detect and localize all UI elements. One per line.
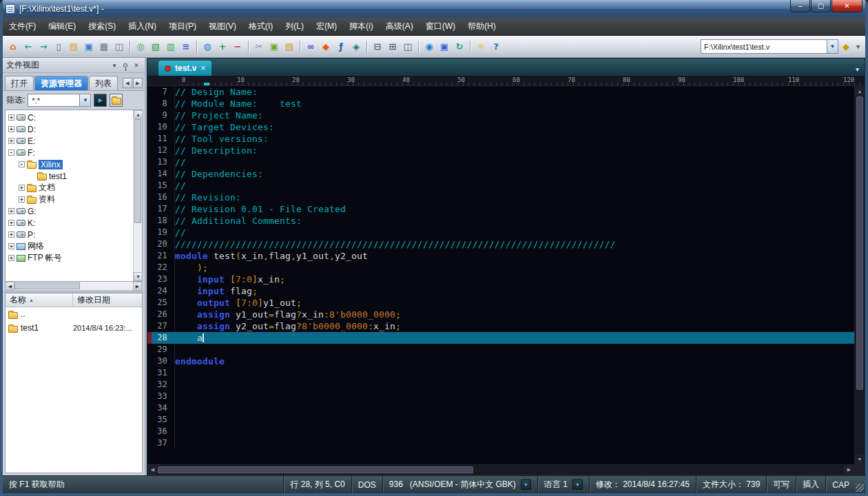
line-number[interactable]: 33 [152, 391, 175, 402]
line-number[interactable]: 36 [152, 426, 175, 437]
menu-item-9[interactable]: 宏(M) [310, 18, 343, 35]
code-line[interactable]: 27 assign y2_out=flag?8'b0000_0000:x_in; [147, 320, 854, 332]
line-number[interactable]: 19 [152, 227, 175, 238]
tree-item[interactable]: test1 [6, 170, 133, 182]
web-close-icon[interactable]: − [231, 40, 245, 54]
line-number[interactable]: 34 [152, 402, 175, 414]
code-line[interactable]: 17// Revision 0.01 - File Created [147, 203, 854, 215]
editor-vscrollbar-thumb[interactable] [856, 96, 863, 390]
tree-item[interactable]: +P: [6, 229, 133, 240]
line-number[interactable]: 9 [152, 110, 175, 121]
code-line[interactable]: 8// Module Name: test [147, 98, 854, 110]
language-dropdown-icon[interactable]: ▼ [572, 479, 583, 490]
expander-icon[interactable]: + [19, 196, 25, 203]
paste-icon[interactable]: ▤ [282, 40, 296, 54]
code-line[interactable]: 34 [147, 402, 854, 414]
column-header-name[interactable]: 名称 ▲ [6, 293, 73, 307]
tree-item[interactable]: +E: [6, 135, 133, 147]
window-tile-horizontal-icon[interactable]: ⊟ [371, 40, 384, 54]
browse-folder-button[interactable] [110, 94, 123, 107]
menu-item-3[interactable]: 搜索(S) [82, 18, 122, 35]
replace-icon[interactable]: ▧ [149, 40, 163, 54]
tree-vertical-scrollbar[interactable]: ▲ ▼ [133, 110, 142, 281]
code-line[interactable]: 26 assign y1_out=flag?x_in:8'b0000_0000; [147, 309, 854, 320]
code-line[interactable]: 30endmodule [147, 355, 854, 367]
code-line[interactable]: 14// Dependencies: [147, 168, 854, 180]
menu-item-13[interactable]: 帮助(H) [462, 18, 502, 35]
file-list-row[interactable]: .. [6, 307, 142, 321]
code-line[interactable]: 33 [147, 391, 854, 402]
bookmark-icon[interactable]: ◆ [319, 40, 333, 54]
quick-tips-icon[interactable]: ☼ [474, 40, 488, 54]
code-line[interactable]: 20//////////////////////////////////////… [147, 238, 854, 250]
print-icon[interactable]: ▦ [97, 40, 111, 54]
code-line[interactable]: 29 [147, 344, 854, 355]
print-preview-icon[interactable]: ◫ [112, 40, 126, 54]
menu-item-4[interactable]: 插入(N) [122, 18, 163, 35]
menu-item-11[interactable]: 高级(A) [380, 18, 420, 35]
line-number[interactable]: 11 [152, 133, 175, 145]
tab-close-icon[interactable]: × [200, 63, 205, 73]
function-list-icon[interactable]: ƒ [334, 40, 348, 54]
editor-hscrollbar-thumb[interactable] [158, 466, 473, 473]
scroll-right-icon[interactable]: ▶ [133, 282, 142, 291]
tree-item[interactable]: +资料 [6, 194, 133, 205]
panel-close-icon[interactable]: ✕ [132, 61, 141, 70]
expander-icon[interactable]: + [8, 243, 14, 249]
tag-list-icon[interactable]: ◈ [349, 40, 363, 54]
menu-item-5[interactable]: 项目(P) [163, 18, 203, 35]
add-to-favorites-icon[interactable]: ◆ [839, 40, 853, 54]
expander-icon[interactable]: + [8, 255, 14, 261]
line-number[interactable]: 29 [152, 344, 175, 355]
code-area[interactable]: 7// Design Name:8// Module Name: test9//… [147, 86, 854, 464]
new-file-icon[interactable]: ▯ [52, 40, 65, 54]
menu-item-12[interactable]: 窗口(W) [420, 18, 462, 35]
column-header-date[interactable]: 修改日期 [73, 293, 142, 307]
line-numbers-icon[interactable]: ≡ [179, 40, 193, 54]
line-number[interactable]: 18 [152, 215, 175, 227]
code-line[interactable]: 21module test(x_in,flag,y1_out,y2_out [147, 250, 854, 262]
code-line[interactable]: 16// Revision: [147, 192, 854, 203]
close-button[interactable]: ✕ [831, 0, 862, 12]
line-number[interactable]: 13 [152, 156, 175, 168]
help-icon[interactable]: ? [489, 40, 503, 54]
code-line[interactable]: 28 a [147, 332, 854, 344]
line-number[interactable]: 12 [152, 145, 175, 156]
line-number[interactable]: 35 [152, 414, 175, 426]
resize-grip[interactable] [856, 484, 864, 492]
code-line[interactable]: 9// Project Name: [147, 110, 854, 121]
browser-view-icon[interactable]: ◍ [200, 40, 214, 54]
line-number[interactable]: 21 [152, 250, 175, 262]
line-number[interactable]: 27 [152, 320, 175, 332]
expander-icon[interactable]: + [8, 231, 14, 238]
sidebar-tab-2[interactable]: 资源管理器 [34, 76, 88, 90]
line-number[interactable]: 14 [152, 168, 175, 180]
tree-item[interactable]: -Xilinx [6, 158, 133, 170]
code-line[interactable]: 19// [147, 227, 854, 238]
code-line[interactable]: 37 [147, 437, 854, 449]
chevron-down-icon[interactable]: ▾ [110, 61, 119, 70]
menu-item-8[interactable]: 列(L) [279, 18, 310, 35]
session-icon[interactable]: ⌂ [6, 40, 20, 54]
tab-test-v[interactable]: test.v × [158, 61, 211, 76]
line-number[interactable]: 17 [152, 203, 175, 215]
window-tile-vertical-icon[interactable]: ⊞ [386, 40, 400, 54]
tab-list-dropdown-icon[interactable]: ▾ [850, 65, 865, 76]
combo-dropdown-icon[interactable]: ▼ [827, 40, 838, 53]
tree-hscrollbar-thumb[interactable] [14, 282, 80, 289]
line-number[interactable]: 8 [152, 98, 175, 110]
expander-icon[interactable]: + [8, 114, 14, 121]
code-line[interactable]: 23 input [7:0]x_in; [147, 273, 854, 285]
line-number[interactable]: 10 [152, 121, 175, 133]
screen-capture-icon[interactable]: ▣ [437, 40, 451, 54]
line-number[interactable]: 24 [152, 285, 175, 297]
code-line[interactable]: 22 ); [147, 262, 854, 273]
scroll-left-icon[interactable]: ◀ [147, 465, 158, 475]
code-line[interactable]: 11// Tool versions: [147, 133, 854, 145]
minimize-button[interactable]: – [790, 0, 810, 12]
tree-item[interactable]: +G: [6, 205, 133, 217]
code-line[interactable]: 36 [147, 426, 854, 437]
expander-icon[interactable]: + [8, 208, 14, 214]
filter-combobox[interactable]: *.* ▼ [28, 94, 91, 107]
copy-icon[interactable]: ▣ [267, 40, 281, 54]
